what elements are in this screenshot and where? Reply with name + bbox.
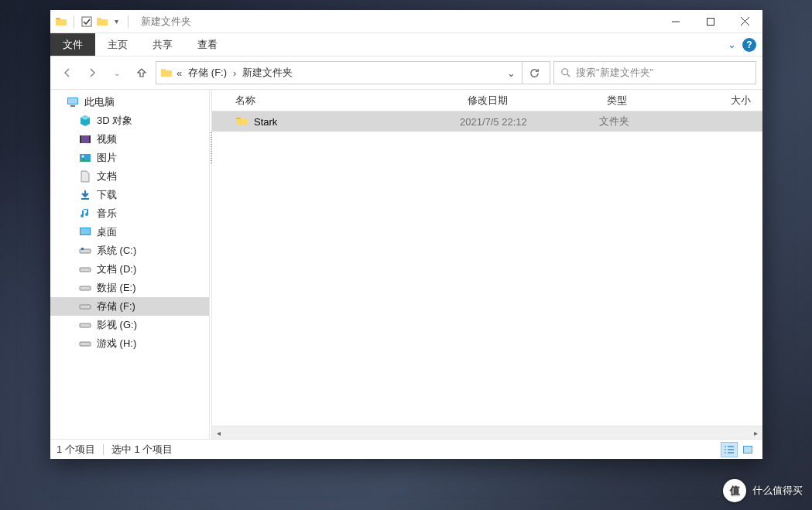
column-header-name[interactable]: 名称 [212,94,460,108]
pane-splitter[interactable] [209,90,212,439]
ribbon-expand-icon[interactable]: ⌄ [728,39,736,50]
sidebar-item-videos[interactable]: 视频 [50,130,209,149]
svg-rect-21 [80,286,91,290]
qat-dropdown-icon[interactable]: ▾ [111,17,122,26]
status-item-count: 1 个项目 [57,443,95,457]
qat-checkbox-icon[interactable] [81,15,93,28]
drive-icon [78,299,92,313]
pc-icon [66,95,80,109]
column-header-date[interactable]: 修改日期 [460,94,599,108]
back-button[interactable] [57,62,78,84]
sidebar-item-desktop[interactable]: 桌面 [50,223,209,241]
svg-rect-24 [80,342,91,346]
chevron-right-icon[interactable]: › [231,67,238,79]
sidebar-item-drive-c[interactable]: 系统 (C:) [50,241,209,260]
sidebar-item-pictures[interactable]: 图片 [50,149,209,167]
file-type: 文件夹 [599,115,692,128]
scroll-left-icon[interactable]: ◂ [212,426,225,440]
help-icon[interactable]: ? [742,38,756,52]
search-icon [560,67,571,78]
svg-point-5 [562,69,568,75]
picture-icon [78,151,92,165]
forward-button[interactable] [81,62,103,84]
folder-icon [235,115,248,128]
quick-access-toolbar: ▾ [50,15,136,28]
svg-rect-9 [70,105,75,107]
file-pane: 名称 修改日期 类型 大小 Stark 2021/7/5 22:12 文件夹 ◂ [212,90,762,439]
svg-rect-2 [707,18,714,25]
drive-icon [78,281,92,295]
cube-icon [78,114,92,128]
sidebar-item-label: 系统 (C:) [97,244,136,258]
status-bar: 1 个项目 选中 1 个项目 [50,439,762,459]
svg-rect-20 [80,268,91,272]
svg-rect-19 [81,248,84,250]
svg-rect-8 [68,98,77,104]
svg-rect-10 [80,135,91,143]
address-dropdown-icon[interactable]: ⌄ [503,67,519,79]
svg-rect-23 [80,323,91,327]
breadcrumb-segment[interactable]: 新建文件夹 [239,66,296,80]
view-thumbnails-button[interactable] [739,442,756,457]
recent-locations-button[interactable]: ⌄ [106,62,128,84]
tab-home[interactable]: 主页 [95,33,140,56]
sidebar-item-3d-objects[interactable]: 3D 对象 [50,111,209,130]
sidebar-item-label: 音乐 [97,207,117,221]
refresh-button[interactable] [522,62,546,84]
sidebar-item-drive-f[interactable]: 存储 (F:) [50,297,209,316]
scroll-right-icon[interactable]: ▸ [749,426,762,440]
navigation-pane: 此电脑 3D 对象 视频 图片 文档 下载 音乐 桌面 系统 (C:) 文档 (… [50,90,209,439]
file-list[interactable]: Stark 2021/7/5 22:12 文件夹 [212,111,762,426]
search-input[interactable]: 搜索"新建文件夹" [553,61,756,84]
svg-rect-32 [744,447,752,453]
content-area: 此电脑 3D 对象 视频 图片 文档 下载 音乐 桌面 系统 (C:) 文档 (… [50,89,762,439]
drive-icon [78,318,92,332]
qat-folder-icon[interactable] [96,15,108,28]
column-header-type[interactable]: 类型 [599,94,692,108]
tab-view[interactable]: 查看 [185,33,230,56]
breadcrumb-segment[interactable]: 存储 (F:) [185,66,230,80]
drive-icon [78,244,92,258]
document-icon [78,169,92,183]
explorer-window: ▾ 新建文件夹 文件 主页 共享 查看 ⌄ ? ⌄ « 存储 (F:) [50,10,762,459]
view-details-button[interactable] [721,442,738,457]
sidebar-item-drive-e[interactable]: 数据 (E:) [50,279,209,297]
maximize-button[interactable] [693,10,728,33]
window-title: 新建文件夹 [141,15,191,29]
sidebar-item-downloads[interactable]: 下载 [50,186,209,204]
address-bar[interactable]: « 存储 (F:) › 新建文件夹 ⌄ [156,61,550,84]
sidebar-item-label: 此电脑 [84,95,115,109]
svg-line-6 [567,74,570,77]
sidebar-item-music[interactable]: 音乐 [50,204,209,223]
minimize-button[interactable] [658,10,693,33]
sidebar-this-pc[interactable]: 此电脑 [50,93,209,111]
sidebar-item-label: 视频 [97,132,117,146]
file-row[interactable]: Stark 2021/7/5 22:12 文件夹 [212,111,762,132]
scroll-track[interactable] [225,426,749,440]
sidebar-item-label: 3D 对象 [97,114,132,128]
svg-rect-17 [81,228,90,234]
window-controls [658,10,762,33]
sidebar-item-documents[interactable]: 文档 [50,167,209,186]
up-button[interactable] [131,62,152,84]
file-name: Stark [254,116,277,128]
sidebar-item-label: 游戏 (H:) [97,337,136,351]
close-button[interactable] [728,10,762,33]
sidebar-item-drive-d[interactable]: 文档 (D:) [50,260,209,279]
tab-file[interactable]: 文件 [50,33,95,56]
horizontal-scrollbar[interactable]: ◂ ▸ [212,426,762,439]
svg-point-14 [82,156,84,158]
sidebar-item-label: 存储 (F:) [97,299,135,313]
sidebar-item-drive-g[interactable]: 影视 (G:) [50,316,209,334]
separator [128,15,128,28]
svg-rect-12 [89,135,91,143]
sidebar-item-label: 桌面 [97,225,117,239]
sidebar-item-drive-h[interactable]: 游戏 (H:) [50,334,209,353]
desktop-icon [78,225,92,239]
breadcrumb-root[interactable]: « [175,67,183,79]
svg-rect-22 [80,305,91,309]
column-header-size[interactable]: 大小 [692,94,762,108]
sidebar-item-label: 图片 [97,151,117,165]
tab-share[interactable]: 共享 [140,33,185,56]
sidebar-item-label: 文档 [97,169,117,183]
